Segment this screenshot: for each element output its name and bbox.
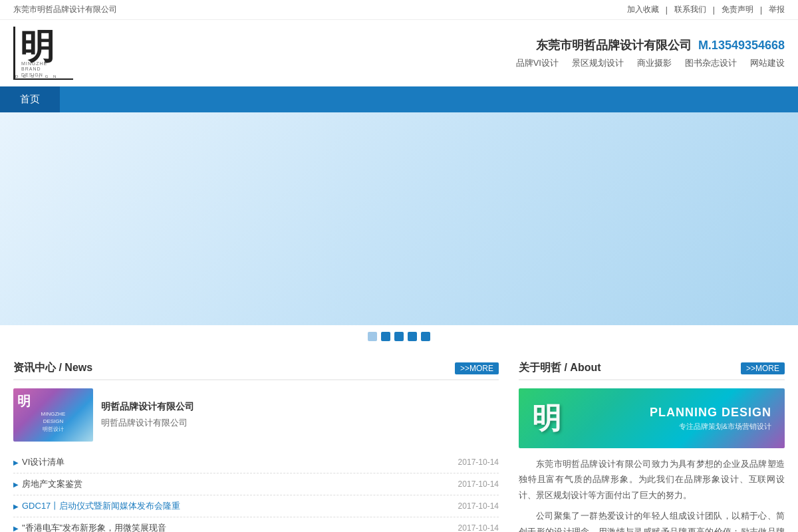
header-right: 东莞市明哲品牌设计有限公司 M.13549354668 品牌VI设计 景区规划设… bbox=[160, 37, 785, 69]
header-phone: M.13549354668 bbox=[698, 39, 785, 52]
news-link-3[interactable]: GDC17丨启动仪式暨新闻媒体发布会隆重 bbox=[22, 500, 452, 512]
header: 明 MINGZHEBRANDDESIGN D E S I G N 东莞市明哲品牌… bbox=[0, 20, 798, 86]
news-item-4: ▶ "香港电车"发布新形象，用微笑展现音 2017-10-14 bbox=[13, 517, 499, 532]
news-featured-title: 明哲品牌设计有限公司 bbox=[101, 401, 194, 413]
top-bar: 东莞市明哲品牌设计有限公司 加入收藏 | 联系我们 | 免责声明 | 举报 bbox=[0, 0, 798, 20]
about-banner-logo-char: 明 bbox=[532, 399, 561, 438]
service-photo[interactable]: 商业摄影 bbox=[637, 57, 672, 69]
about-section-header: 关于明哲 / About >>MORE bbox=[519, 361, 785, 380]
about-paragraph-2: 公司聚集了一群热爱设计的年轻人组成设计团队，以精于心、简创于形的设计理念，用激情… bbox=[519, 508, 785, 532]
news-title: 资讯中心 / News bbox=[13, 361, 92, 375]
top-bar-links: 加入收藏 | 联系我们 | 免责声明 | 举报 bbox=[627, 4, 785, 15]
about-banner: 明 PLANNING DESIGN 专注品牌策划&市场营销设计 bbox=[519, 388, 785, 448]
dot-5[interactable] bbox=[421, 332, 430, 341]
news-item-2: ▶ 房地产文案鉴赏 2017-10-14 bbox=[13, 473, 499, 495]
dot-4[interactable] bbox=[408, 332, 417, 341]
dot-3[interactable] bbox=[394, 332, 404, 341]
disclaimer-link[interactable]: 免责声明 bbox=[722, 4, 753, 15]
logo-border-left bbox=[13, 27, 15, 80]
news-date-1: 2017-10-14 bbox=[458, 458, 499, 467]
about-section: 关于明哲 / About >>MORE 明 PLANNING DESIGN 专注… bbox=[519, 361, 785, 532]
about-banner-tagline: PLANNING DESIGN 专注品牌策划&市场营销设计 bbox=[650, 406, 771, 432]
service-nav: 品牌VI设计 景区规划设计 商业摄影 图书杂志设计 网站建设 bbox=[516, 57, 785, 69]
about-more-btn[interactable]: >>MORE bbox=[741, 362, 785, 374]
logo-image: 明 MINGZHEBRANDDESIGN D E S I G N bbox=[13, 27, 73, 80]
news-item-1: ▶ VI设计清单 2017-10-14 bbox=[13, 452, 499, 473]
main-nav: 首页 bbox=[0, 86, 798, 112]
bullet-3: ▶ bbox=[13, 503, 19, 510]
news-date-4: 2017-10-14 bbox=[458, 523, 499, 532]
logo-area: 明 MINGZHEBRANDDESIGN D E S I G N bbox=[13, 27, 160, 80]
news-featured: 明 MINGZHEDESIGN明哲设计 明哲品牌设计有限公司 明哲品牌设计有限公… bbox=[13, 388, 499, 442]
company-name-topbar: 东莞市明哲品牌设计有限公司 bbox=[13, 4, 117, 15]
contact-link[interactable]: 联系我们 bbox=[674, 4, 706, 15]
news-link-4[interactable]: "香港电车"发布新形象，用微笑展现音 bbox=[22, 522, 452, 532]
news-thumbnail: 明 MINGZHEDESIGN明哲设计 bbox=[13, 388, 93, 442]
news-list: ▶ VI设计清单 2017-10-14 ▶ 房地产文案鉴赏 2017-10-14… bbox=[13, 452, 499, 532]
news-featured-info: 明哲品牌设计有限公司 明哲品牌设计有限公司 bbox=[101, 388, 194, 442]
dot-1[interactable] bbox=[368, 332, 377, 341]
slider-dots bbox=[0, 325, 798, 348]
nav-home[interactable]: 首页 bbox=[0, 86, 60, 112]
bullet-2: ▶ bbox=[13, 481, 19, 488]
about-title: 关于明哲 / About bbox=[519, 361, 601, 375]
news-section: 资讯中心 / News >>MORE 明 MINGZHEDESIGN明哲设计 明… bbox=[13, 361, 499, 532]
dot-2[interactable] bbox=[381, 332, 390, 341]
logo-character: 明 bbox=[20, 30, 55, 65]
news-more-btn[interactable]: >>MORE bbox=[455, 362, 499, 374]
news-link-1[interactable]: VI设计清单 bbox=[22, 456, 452, 468]
news-section-header: 资讯中心 / News >>MORE bbox=[13, 361, 499, 380]
news-item-3: ▶ GDC17丨启动仪式暨新闻媒体发布会隆重 2017-10-14 bbox=[13, 495, 499, 517]
sep2: | bbox=[713, 5, 715, 15]
about-text: 东莞市明哲品牌设计有限公司致力为具有梦想的企业及品牌塑造独特且富有气质的品牌形象… bbox=[519, 456, 785, 532]
bullet-4: ▶ bbox=[13, 525, 19, 532]
about-banner-cn: 专注品牌策划&市场营销设计 bbox=[650, 422, 771, 432]
bookmark-link[interactable]: 加入收藏 bbox=[627, 4, 659, 15]
header-company-title: 东莞市明哲品牌设计有限公司 M.13549354668 bbox=[536, 37, 785, 53]
content-area: 资讯中心 / News >>MORE 明 MINGZHEDESIGN明哲设计 明… bbox=[0, 348, 798, 532]
sep1: | bbox=[666, 5, 668, 15]
logo-subtitle: MINGZHEBRANDDESIGN bbox=[21, 61, 47, 70]
news-featured-subtitle: 明哲品牌设计有限公司 bbox=[101, 417, 194, 429]
service-magazine[interactable]: 图书杂志设计 bbox=[685, 57, 737, 69]
report-link[interactable]: 举报 bbox=[769, 4, 785, 15]
logo-border-bottom bbox=[13, 78, 73, 80]
news-link-2[interactable]: 房地产文案鉴赏 bbox=[22, 478, 452, 490]
bullet-1: ▶ bbox=[13, 459, 19, 466]
logo-design-label: D E S I G N bbox=[15, 74, 58, 78]
news-date-3: 2017-10-14 bbox=[458, 501, 499, 511]
news-thumb-logo-char: 明 bbox=[17, 392, 31, 410]
about-paragraph-1: 东莞市明哲品牌设计有限公司致力为具有梦想的企业及品牌塑造独特且富有气质的品牌形象… bbox=[519, 456, 785, 503]
service-vi[interactable]: 品牌VI设计 bbox=[516, 57, 559, 69]
news-thumb-label: MINGZHEDESIGN明哲设计 bbox=[39, 408, 68, 436]
service-web[interactable]: 网站建设 bbox=[750, 57, 785, 69]
banner bbox=[0, 112, 798, 325]
service-scenic[interactable]: 景区规划设计 bbox=[572, 57, 624, 69]
about-banner-en: PLANNING DESIGN bbox=[650, 406, 771, 420]
sep3: | bbox=[760, 5, 762, 15]
header-company-name: 东莞市明哲品牌设计有限公司 bbox=[536, 39, 692, 52]
news-date-2: 2017-10-14 bbox=[458, 479, 499, 489]
